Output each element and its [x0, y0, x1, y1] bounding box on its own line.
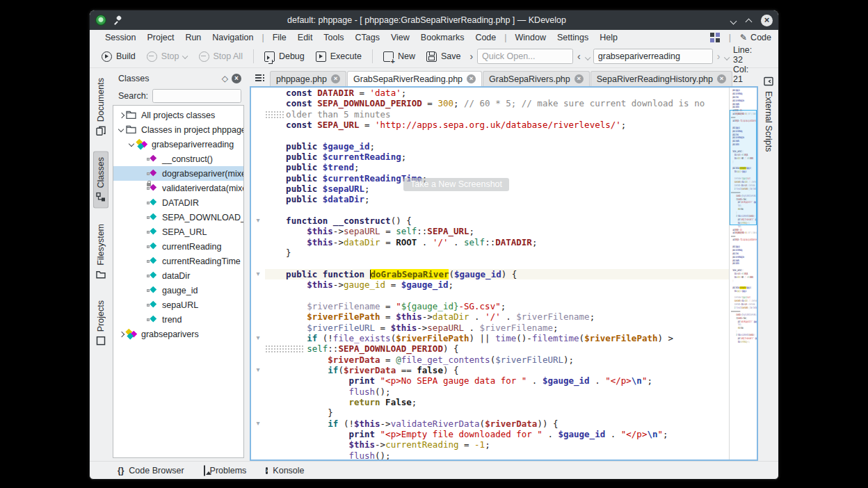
toolview-tab-classes[interactable]: Classes [93, 151, 108, 208]
menu-bookmarks[interactable]: Bookmarks [415, 31, 470, 44]
search-forward-chevron[interactable]: › [714, 51, 723, 62]
document-tab[interactable]: GrabSepaRivers.php× [483, 71, 590, 86]
expander-open-icon[interactable] [118, 126, 126, 134]
menu-navigation[interactable]: Navigation [207, 31, 259, 44]
expander-spacer [138, 316, 147, 324]
code-line [265, 205, 729, 215]
tree-item[interactable]: SEPA_DOWNLOAD_PERIOD [113, 210, 243, 225]
debug-button[interactable]: Debug [259, 49, 310, 65]
tree-item[interactable]: trend [113, 312, 243, 327]
fold-marker-icon[interactable]: ▾ [255, 270, 262, 277]
menu-code[interactable]: Code [469, 31, 501, 44]
area-grid-icon[interactable] [710, 33, 720, 42]
fold-marker-icon[interactable]: ▾ [255, 334, 262, 341]
tree-item[interactable]: grabsepariverreading [113, 137, 243, 152]
toolbar-search-input[interactable] [593, 49, 713, 64]
expander-closed-icon[interactable] [118, 111, 126, 120]
close-dock-icon[interactable]: × [232, 74, 241, 83]
search-back-chevron[interactable]: ‹ [574, 51, 584, 62]
minimap-viewport[interactable] [730, 110, 757, 225]
menu-window[interactable]: Window [510, 31, 552, 44]
new-button[interactable]: New [378, 49, 420, 65]
fold-marker-icon[interactable]: ▾ [255, 216, 262, 224]
toolview-button-konsole[interactable]: ›Konsole [259, 463, 311, 478]
code-line: public $dataDir; [265, 194, 729, 204]
tree-item[interactable]: grabseparivers [113, 327, 243, 341]
menu-session[interactable]: Session [99, 31, 141, 44]
document-tab[interactable]: SepaRiverReadingHistory.php× [590, 71, 732, 86]
float-dock-icon[interactable]: ◇ [218, 74, 232, 83]
close-tab-icon[interactable]: × [717, 74, 726, 83]
toolview-button-code-browser[interactable]: {}Code Browser [111, 464, 191, 478]
tree-item[interactable]: sepaURL [113, 298, 243, 312]
tree-item[interactable]: dograbsepariver(mixed) [113, 166, 243, 181]
close-tab-icon[interactable]: × [331, 74, 340, 83]
terminal-icon: › [266, 465, 268, 475]
build-button[interactable]: Build [97, 49, 140, 65]
tree-item[interactable]: currentReading [113, 239, 243, 254]
menu-project[interactable]: Project [141, 31, 179, 44]
quick-open-input[interactable] [477, 49, 573, 64]
code-line: print "<p>No SEPA gauge data for " . $ga… [265, 375, 729, 386]
bottom-toolview-bar: {}Code BrowserProblems›Konsole [90, 461, 778, 479]
fold-gutter[interactable]: ▾▾▾▾▾ [251, 88, 265, 459]
close-button[interactable]: × [761, 15, 773, 26]
tree-item[interactable]: dataDir [113, 268, 243, 283]
close-tab-icon[interactable]: × [467, 74, 476, 83]
field-icon [147, 300, 159, 310]
search-history-dropdown-icon[interactable] [585, 55, 590, 60]
main-area: DocumentsClassesFilesystemProjects Class… [90, 68, 778, 461]
tree-item[interactable]: DATADIR [113, 195, 243, 210]
classes-dock-title: Classes [118, 74, 149, 83]
tree-item[interactable]: validateriverdata(mixed) [113, 181, 243, 195]
tree-item[interactable]: gauge_id [113, 283, 243, 298]
code-line: public $gauge_id; [265, 141, 729, 152]
tree-item[interactable]: Classes in project phppage [113, 122, 243, 137]
fold-marker-icon[interactable]: ▾ [255, 419, 262, 427]
search-options-dropdown-icon[interactable] [724, 55, 730, 60]
execute-button[interactable]: Execute [311, 49, 367, 65]
classes-search-input[interactable] [152, 89, 241, 103]
toolview-tab-projects[interactable]: Projects [93, 294, 108, 352]
dropdown-chevron-icon[interactable] [182, 54, 188, 59]
toolview-tab-external-scripts[interactable]: External Scripts [761, 74, 776, 155]
tree-item[interactable]: currentReadingTime [113, 254, 243, 268]
expander-closed-icon[interactable] [118, 330, 126, 339]
stop-button[interactable]: Stop [142, 49, 193, 65]
main-toolbar: BuildStopStop AllDebugExecuteNewSave › ‹… [90, 45, 778, 68]
classes-tree: All projects classesClasses in project p… [113, 105, 244, 458]
close-tab-icon[interactable]: × [574, 74, 584, 83]
fold-marker-icon[interactable]: ▾ [255, 366, 262, 373]
minimap-scrollbar[interactable]: public $gauge_id; public $currentReading… [729, 88, 757, 459]
menu-run[interactable]: Run [179, 31, 207, 44]
menu-file[interactable]: File [267, 31, 292, 44]
menu-help[interactable]: Help [594, 31, 623, 44]
maximize-button[interactable] [746, 17, 753, 24]
tree-item[interactable]: SEPA_URL [113, 225, 243, 239]
toolview-tab-documents[interactable]: Documents [93, 72, 108, 142]
area-switcher-code[interactable]: ✎ Code [740, 33, 771, 42]
toolbar-overflow-chevron[interactable]: › [467, 51, 476, 62]
menu-ctags[interactable]: CTags [350, 31, 385, 44]
document-switcher-icon[interactable] [252, 72, 268, 86]
toolview-button-problems[interactable]: Problems [197, 464, 254, 478]
toolview-tab-filesystem[interactable]: Filesystem [93, 218, 108, 286]
title-bar: default: phppage - [ phppage:GrabSepaRiv… [90, 10, 778, 30]
expander-spacer [138, 286, 147, 295]
tree-item[interactable]: __construct() [113, 152, 243, 166]
expander-open-icon[interactable] [128, 140, 136, 149]
document-tab[interactable]: phppage.php× [270, 71, 346, 86]
menu-edit[interactable]: Edit [292, 31, 319, 44]
menu-settings[interactable]: Settings [552, 31, 594, 44]
save-button[interactable]: Save [421, 49, 466, 65]
menu-view[interactable]: View [385, 31, 415, 44]
pin-icon[interactable] [113, 15, 123, 25]
stop-all-button[interactable]: Stop All [194, 49, 248, 65]
tree-item[interactable]: All projects classes [113, 108, 243, 122]
code-line [265, 291, 729, 301]
menu-tools[interactable]: Tools [318, 31, 349, 44]
expander-spacer [138, 301, 147, 309]
document-tab[interactable]: GrabSepaRiverReading.php× [347, 71, 482, 86]
minimize-button[interactable] [730, 17, 737, 24]
code-editor[interactable]: Take a New Screenshot const DATADIR = 'd… [265, 88, 729, 459]
